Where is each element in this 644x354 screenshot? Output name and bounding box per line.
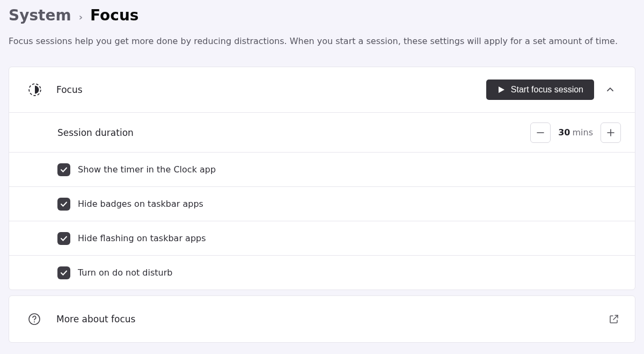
option-label: Hide badges on taskbar apps [78, 199, 203, 209]
check-icon [60, 235, 68, 242]
option-row-show-timer: Show the timer in the Clock app [9, 152, 635, 186]
more-about-focus-label: More about focus [56, 314, 607, 324]
focus-icon [27, 82, 42, 97]
session-duration-row: Session duration 30mins [9, 112, 635, 152]
collapse-toggle[interactable] [599, 79, 621, 100]
option-label: Turn on do not disturb [78, 268, 172, 278]
option-label: Show the timer in the Clock app [78, 164, 216, 175]
plus-icon [606, 128, 616, 138]
svg-point-5 [34, 321, 35, 322]
focus-title: Focus [56, 84, 486, 95]
checkbox-hide-flashing[interactable] [57, 232, 70, 245]
minus-icon [536, 128, 545, 138]
check-icon [60, 200, 68, 208]
duration-decrease-button[interactable] [530, 122, 551, 143]
external-link-icon [607, 312, 621, 326]
more-about-focus-row[interactable]: More about focus [9, 296, 635, 342]
duration-increase-button[interactable] [601, 122, 621, 143]
start-focus-session-label: Start focus session [511, 85, 583, 95]
breadcrumb-current: Focus [90, 6, 138, 24]
start-focus-session-button[interactable]: Start focus session [486, 80, 594, 100]
option-row-hide-flashing: Hide flashing on taskbar apps [9, 221, 635, 255]
breadcrumb-parent[interactable]: System [9, 6, 71, 24]
focus-settings-card: Focus Start focus session Session durati… [9, 67, 635, 290]
breadcrumb: System › Focus [0, 0, 644, 24]
focus-header-row: Focus Start focus session [9, 67, 635, 112]
help-icon [27, 312, 41, 326]
session-duration-label: Session duration [57, 127, 530, 138]
more-about-focus-card[interactable]: More about focus [9, 295, 635, 343]
play-icon [497, 85, 506, 94]
duration-stepper: 30mins [530, 122, 621, 143]
option-row-dnd: Turn on do not disturb [9, 255, 635, 290]
checkbox-dnd[interactable] [57, 266, 70, 279]
duration-value: 30mins [558, 127, 593, 138]
checkbox-show-timer[interactable] [57, 163, 70, 176]
chevron-right-icon: › [79, 11, 83, 23]
option-row-hide-badges: Hide badges on taskbar apps [9, 186, 635, 221]
page-description: Focus sessions help you get more done by… [0, 24, 644, 46]
chevron-up-icon [606, 85, 614, 94]
checkbox-hide-badges[interactable] [57, 198, 70, 211]
option-label: Hide flashing on taskbar apps [78, 233, 206, 243]
check-icon [60, 166, 68, 174]
check-icon [60, 269, 68, 277]
